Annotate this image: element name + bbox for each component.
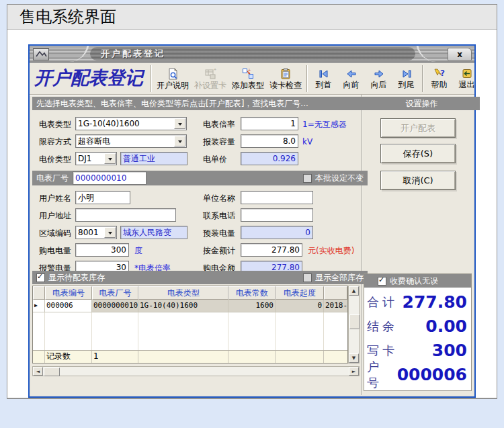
- meter-type-select[interactable]: 1G-10(40)1600: [75, 117, 187, 130]
- vertical-scroll-thumb[interactable]: [349, 314, 360, 329]
- account-no-label: 户号: [367, 359, 397, 391]
- open-account-button: 开户配表: [380, 118, 456, 138]
- factory-no-label: 电表厂号: [36, 173, 69, 184]
- total-label: 合计: [367, 294, 398, 310]
- add-meter-type-icon: +: [242, 68, 254, 80]
- factory-no-input[interactable]: 0000000010: [73, 171, 146, 185]
- checkbox-icon[interactable]: [303, 174, 312, 183]
- nav-last-button[interactable]: 到尾: [392, 68, 420, 90]
- chevron-down-icon[interactable]: [104, 227, 116, 238]
- form-row: 购电电量 300 度 按金额计 277.80 元(实收电费): [32, 243, 360, 258]
- limit-mode-select[interactable]: 超容断电: [75, 134, 187, 148]
- column-header[interactable]: 电表常数: [228, 286, 276, 300]
- org-name-input[interactable]: [241, 191, 313, 204]
- form-row: 用户地址 联系电话: [32, 208, 360, 223]
- phone-label: 联系电话: [203, 208, 235, 223]
- capacity-label: 报装容量: [203, 134, 235, 149]
- scroll-left-icon[interactable]: ◄: [33, 367, 43, 376]
- toolbar-button-label: 补设置卡: [194, 81, 226, 90]
- cell-start-reading: 0: [276, 300, 324, 312]
- area-code-label: 区域编码: [39, 226, 71, 241]
- open-help-button[interactable]: 开户说明: [154, 67, 192, 91]
- balance-value: 0.00: [425, 316, 467, 336]
- purchase-energy-label: 购电电量: [39, 243, 71, 258]
- title-bar[interactable]: 开户配表登记 x: [30, 46, 474, 63]
- nav-first-button[interactable]: 到首: [310, 68, 337, 90]
- toolbar-button-label: 向后: [371, 80, 387, 89]
- cell-factory-no: 0000000010: [92, 300, 138, 312]
- close-button[interactable]: x: [448, 48, 472, 61]
- column-header[interactable]: 电表编号: [45, 286, 92, 300]
- phone-input[interactable]: [241, 208, 313, 222]
- column-header[interactable]: 电表类型: [138, 286, 228, 300]
- table-header-gutter: [33, 286, 45, 300]
- purchase-energy-input[interactable]: 300: [75, 243, 129, 257]
- chevron-down-icon[interactable]: [104, 153, 116, 164]
- column-header[interactable]: 电表厂号: [92, 286, 138, 300]
- horizontal-scroll-thumb[interactable]: [44, 368, 60, 376]
- record-count-value: 1: [92, 351, 138, 363]
- main-area: 先选择电表类型、电表倍率、电价类型等后点击[开户配表]，查找电表厂号... 电表…: [32, 97, 360, 392]
- show-all-checkbox[interactable]: 显示全部库存: [303, 272, 364, 284]
- scroll-up-icon[interactable]: ▲: [349, 286, 359, 296]
- nav-prev-button[interactable]: 向前: [337, 68, 365, 90]
- table-header-row: 电表编号 电表厂号 电表类型 电表常数 电表起度: [33, 286, 347, 300]
- column-header[interactable]: 电表起度: [276, 286, 324, 300]
- table-vertical-scrollbar[interactable]: ▲ ▼: [348, 286, 360, 363]
- checkbox-checked-icon[interactable]: [36, 273, 45, 282]
- checkbox-checked-icon[interactable]: [378, 277, 386, 286]
- table-row[interactable]: ▶ 000006 0000000010 1G-10(40)1600 1600 0…: [33, 300, 347, 312]
- meter-table: 电表编号 电表厂号 电表类型 电表常数 电表起度 ▶ 000006 000000…: [32, 286, 348, 363]
- table-horizontal-scrollbar[interactable]: ◄ ►: [32, 366, 360, 376]
- toolbar-button-label: 读卡检查: [269, 81, 302, 90]
- form-row: 限容方式 超容断电 报装容量 8.0 kV: [32, 134, 360, 149]
- unit-price-field: 0.926: [241, 152, 298, 165]
- capacity-input[interactable]: 8.0: [241, 134, 298, 148]
- dialog-window: 开户配表登记 x 开户配表登记 开户说明: [28, 44, 476, 398]
- save-button[interactable]: 保存(S): [380, 144, 456, 163]
- fee-confirm-checkbox[interactable]: 收费确认无误: [378, 275, 438, 287]
- area-name-field: 城东人民路变: [120, 226, 187, 239]
- factory-no-bar: 电表厂号 0000000010 本批设定不变: [32, 171, 368, 185]
- content-divider: [361, 95, 362, 395]
- toolbar: 开户配表登记 开户说明 + 补设置卡: [30, 63, 474, 95]
- form-row: 电表类型 1G-10(40)1600 电表倍率 1 1=无互感器: [32, 117, 360, 132]
- purchase-energy-hint: 度: [134, 243, 142, 258]
- page: 售电系统界面 开户配表登记 x 开户配表登记: [0, 0, 504, 428]
- by-amount-input[interactable]: 277.80: [241, 243, 302, 257]
- exit-button[interactable]: 退出: [453, 67, 480, 90]
- cell-constant: 1600: [228, 300, 276, 312]
- toolbar-separator: [151, 65, 152, 92]
- setup-card-button: + 补设置卡: [192, 67, 229, 91]
- account-no-value: 000006: [397, 365, 467, 384]
- inventory-bar: 显示待配表库存 显示全部库存: [32, 271, 368, 284]
- scroll-right-icon[interactable]: ►: [349, 367, 359, 376]
- svg-text:+: +: [248, 68, 251, 72]
- ratio-input[interactable]: 1: [241, 117, 298, 130]
- batch-keep-checkbox[interactable]: 本批设定不变: [303, 173, 364, 184]
- capacity-hint: kV: [302, 134, 312, 149]
- toolbar-button-label: 帮助: [431, 80, 448, 89]
- by-amount-hint: 元(实收电费): [308, 243, 354, 258]
- cancel-button[interactable]: 取消(C): [380, 171, 456, 190]
- toolbar-button-label: 到首: [316, 80, 332, 89]
- chevron-down-icon[interactable]: [174, 118, 185, 129]
- show-pending-checkbox[interactable]: 显示待配表库存: [36, 272, 105, 284]
- user-name-input[interactable]: 小明: [75, 191, 130, 204]
- scroll-down-icon[interactable]: ▼: [349, 353, 359, 363]
- price-type-select[interactable]: DJ1: [75, 152, 117, 165]
- column-header-extra: [324, 286, 347, 300]
- preset-energy-label: 预装电量: [203, 226, 235, 241]
- doc-magnifier-icon: [167, 68, 179, 80]
- nav-next-button[interactable]: 向后: [365, 68, 392, 90]
- add-meter-type-button[interactable]: + 添加表型: [229, 67, 267, 91]
- help-button[interactable]: ? 帮助: [425, 67, 453, 90]
- address-input[interactable]: [75, 208, 176, 222]
- read-card-check-button[interactable]: 读卡检查: [267, 67, 304, 91]
- chevron-down-icon[interactable]: [174, 136, 185, 146]
- show-all-label: 显示全部库存: [315, 272, 364, 284]
- toolbar-button-label: 添加表型: [232, 81, 264, 90]
- checkbox-icon[interactable]: [303, 273, 312, 282]
- preset-energy-field: 0: [241, 226, 313, 239]
- area-code-select[interactable]: 8001: [75, 226, 117, 239]
